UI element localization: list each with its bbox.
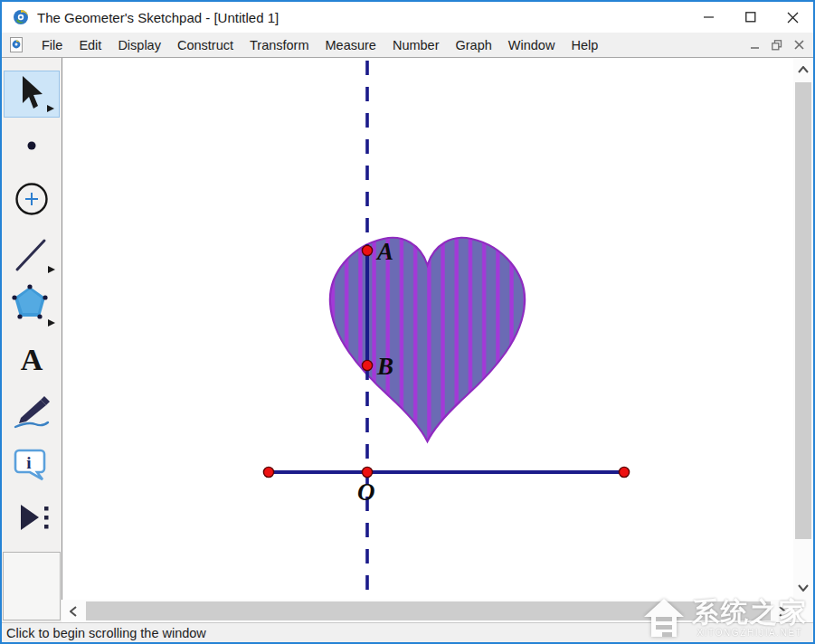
menu-items: File Edit Display Construct Transform Me…	[33, 34, 606, 56]
heart-shape[interactable]	[330, 238, 525, 441]
point-o[interactable]	[362, 467, 372, 477]
custom-tool[interactable]	[4, 494, 60, 541]
close-icon	[787, 12, 799, 24]
text-tool-icon: A	[21, 345, 43, 375]
horizontal-scrollbar[interactable]	[62, 600, 793, 622]
mdi-restore-button[interactable]	[766, 35, 788, 55]
menu-number[interactable]: Number	[384, 34, 448, 56]
menu-bar: File Edit Display Construct Transform Me…	[2, 33, 813, 58]
information-tool[interactable]: i	[4, 441, 60, 488]
mdi-close-button[interactable]	[788, 35, 810, 55]
scrollbar-corner	[793, 600, 813, 622]
mdi-minimize-button[interactable]	[744, 35, 766, 55]
title-bar[interactable]: The Geometer's Sketchpad - [Untitled 1]	[2, 2, 813, 33]
mdi-restore-icon	[772, 40, 782, 51]
menu-construct[interactable]: Construct	[169, 34, 242, 56]
menu-file[interactable]: File	[33, 34, 71, 56]
selection-arrow-tool[interactable]	[4, 71, 60, 118]
toolbar-bottom-panel	[3, 552, 61, 620]
tool-palette: A i	[2, 58, 62, 622]
chevron-up-icon	[798, 66, 809, 73]
point-right-endpoint[interactable]	[619, 467, 629, 477]
segment-icon	[6, 233, 57, 277]
menu-window[interactable]: Window	[500, 34, 564, 56]
minimize-button[interactable]	[688, 2, 730, 33]
scroll-up-button[interactable]	[793, 62, 813, 78]
polygon-icon	[6, 283, 57, 328]
polygon-tool[interactable]	[4, 282, 60, 329]
label-a[interactable]: A	[375, 238, 393, 265]
mdi-minimize-icon	[751, 41, 760, 50]
app-logo-icon	[13, 9, 29, 25]
scroll-left-button[interactable]	[63, 600, 83, 622]
marker-icon	[10, 393, 53, 432]
window-title: The Geometer's Sketchpad - [Untitled 1]	[37, 10, 279, 25]
menu-measure[interactable]: Measure	[317, 34, 384, 56]
document-icon	[9, 37, 24, 52]
information-icon: i	[12, 447, 52, 483]
status-bar: Click to begin scrolling the window	[2, 622, 813, 643]
status-message: Click to begin scrolling the window	[6, 626, 206, 640]
vertical-scroll-thumb[interactable]	[795, 82, 811, 539]
maximize-button[interactable]	[730, 2, 772, 33]
compass-tool[interactable]	[4, 175, 60, 223]
point-tool[interactable]	[4, 122, 60, 169]
horizontal-scroll-thumb[interactable]	[86, 601, 771, 620]
svg-text:i: i	[26, 453, 31, 472]
label-b[interactable]: B	[376, 353, 393, 380]
scroll-down-button[interactable]	[793, 580, 813, 596]
menu-display[interactable]: Display	[109, 34, 169, 56]
chevron-down-icon	[798, 584, 809, 592]
maximize-icon	[745, 12, 756, 23]
marker-tool[interactable]	[4, 389, 60, 436]
selection-arrow-icon	[6, 72, 57, 116]
menu-edit[interactable]: Edit	[71, 34, 109, 56]
point-left-endpoint[interactable]	[263, 467, 273, 477]
menu-transform[interactable]: Transform	[242, 34, 317, 56]
point-a[interactable]	[362, 245, 372, 255]
menu-help[interactable]: Help	[563, 34, 606, 56]
chevron-right-icon	[779, 606, 786, 617]
custom-tool-icon	[10, 499, 53, 535]
straightedge-tool[interactable]	[4, 232, 60, 279]
point-icon	[23, 137, 41, 155]
menu-graph[interactable]: Graph	[448, 34, 500, 56]
mdi-close-icon	[794, 40, 804, 50]
app-window: The Geometer's Sketchpad - [Untitled 1]	[0, 0, 815, 644]
point-b[interactable]	[362, 360, 372, 370]
sketch-canvas[interactable]: A B O	[62, 58, 793, 600]
label-o[interactable]: O	[357, 478, 375, 506]
text-tool[interactable]: A	[4, 336, 60, 384]
minimize-icon	[704, 12, 715, 23]
chevron-left-icon	[70, 606, 77, 617]
vertical-scrollbar[interactable]	[793, 58, 813, 600]
compass-circle-icon	[12, 179, 52, 219]
scroll-right-button[interactable]	[772, 600, 792, 622]
close-button[interactable]	[772, 2, 813, 33]
